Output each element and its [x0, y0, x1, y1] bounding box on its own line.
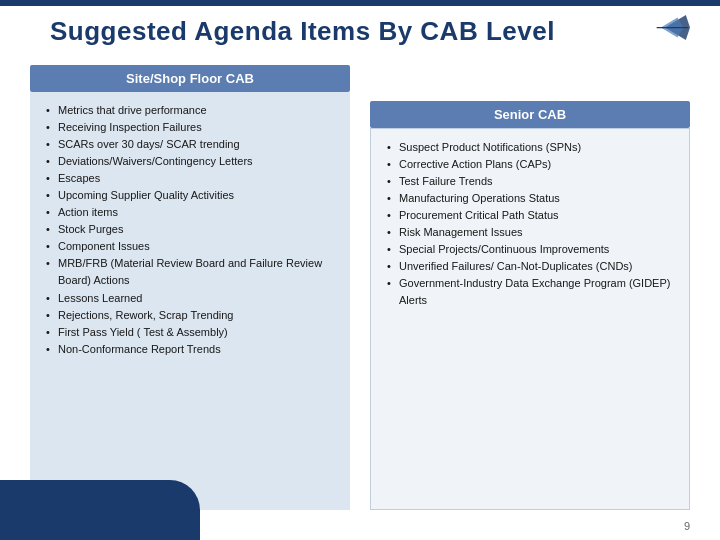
- list-item: Metrics that drive performance: [44, 102, 336, 119]
- senior-cab-body: Suspect Product Notifications (SPNs) Cor…: [370, 128, 690, 510]
- list-item: Corrective Action Plans (CAPs): [385, 156, 675, 173]
- list-item: First Pass Yield ( Test & Assembly): [44, 324, 336, 341]
- site-shop-list: Metrics that drive performance Receiving…: [44, 102, 336, 358]
- list-item: Government-Industry Data Exchange Progra…: [385, 275, 675, 309]
- site-shop-body: Metrics that drive performance Receiving…: [30, 92, 350, 510]
- list-item: Non-Conformance Report Trends: [44, 341, 336, 358]
- list-item: Stock Purges: [44, 221, 336, 238]
- list-item: Risk Management Issues: [385, 224, 675, 241]
- list-item: Upcoming Supplier Quality Activities: [44, 187, 336, 204]
- list-item: Escapes: [44, 170, 336, 187]
- list-item: Special Projects/Continuous Improvements: [385, 241, 675, 258]
- list-item: Unverified Failures/ Can-Not-Duplicates …: [385, 258, 675, 275]
- right-column: Senior CAB Suspect Product Notifications…: [370, 65, 690, 510]
- list-item: SCARs over 30 days/ SCAR trending: [44, 136, 336, 153]
- page-title: Suggested Agenda Items By CAB Level: [50, 16, 555, 47]
- left-column: Site/Shop Floor CAB Metrics that drive p…: [30, 65, 350, 510]
- logo-area: [640, 10, 700, 50]
- list-item: Manufacturing Operations Status: [385, 190, 675, 207]
- bottom-accent-bar: [0, 480, 200, 540]
- list-item: Action items: [44, 204, 336, 221]
- list-item: Test Failure Trends: [385, 173, 675, 190]
- list-item: Suspect Product Notifications (SPNs): [385, 139, 675, 156]
- list-item: Component Issues: [44, 238, 336, 255]
- top-accent-bar: [0, 0, 720, 6]
- list-item: Receiving Inspection Failures: [44, 119, 336, 136]
- page-number: 9: [684, 520, 690, 532]
- senior-cab-header: Senior CAB: [370, 101, 690, 128]
- main-content: Site/Shop Floor CAB Metrics that drive p…: [30, 65, 690, 510]
- list-item: MRB/FRB (Material Review Board and Failu…: [44, 255, 336, 289]
- list-item: Procurement Critical Path Status: [385, 207, 675, 224]
- list-item: Rejections, Rework, Scrap Trending: [44, 307, 336, 324]
- list-item: Lessons Learned: [44, 290, 336, 307]
- senior-cab-list: Suspect Product Notifications (SPNs) Cor…: [385, 139, 675, 309]
- list-item: Deviations/Waivers/Contingency Letters: [44, 153, 336, 170]
- site-shop-header: Site/Shop Floor CAB: [30, 65, 350, 92]
- page: Suggested Agenda Items By CAB Level Site…: [0, 0, 720, 540]
